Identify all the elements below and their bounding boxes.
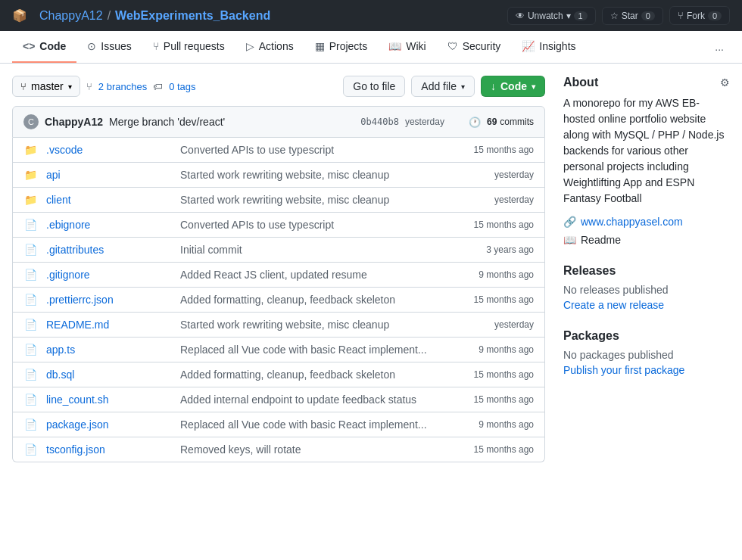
file-link[interactable]: .prettierrc.json (46, 294, 114, 306)
star-count: 0 (641, 11, 655, 20)
table-row: 📄 .ebignore Converted APIs to use typesc… (13, 213, 544, 238)
file-name: README.md (46, 319, 171, 331)
branch-icon: ⑂ (20, 81, 26, 92)
commit-time: yesterday (405, 117, 444, 127)
folder-icon: 📁 (23, 169, 37, 181)
file-message: Converted APIs to use typescript (180, 144, 441, 156)
go-to-file-label: Go to file (353, 80, 395, 92)
file-name: .ebignore (46, 219, 171, 231)
file-link[interactable]: api (46, 169, 61, 181)
file-link[interactable]: .vscode (46, 144, 83, 156)
chevron-down-icon: ▾ (68, 82, 72, 91)
add-file-button[interactable]: Add file ▾ (411, 76, 475, 97)
author-avatar: C (23, 114, 39, 129)
tab-issues[interactable]: ⊙ Issues (76, 31, 142, 63)
code-button[interactable]: ↓ Code ▾ (481, 76, 545, 97)
projects-icon: ▦ (315, 40, 325, 52)
commits-label: commits (500, 117, 534, 127)
branch-icon-small: ⑂ (86, 81, 92, 92)
readme-link[interactable]: 📖 Readme (563, 234, 730, 246)
file-name: .gitignore (46, 269, 171, 281)
tags-count: 0 (169, 81, 174, 92)
tab-security[interactable]: 🛡 Security (437, 31, 512, 63)
security-icon: 🛡 (447, 40, 458, 52)
file-link[interactable]: tsconfig.json (46, 443, 105, 456)
file-link[interactable]: line_count.sh (46, 394, 109, 406)
file-link[interactable]: db.sql (46, 369, 74, 381)
gear-icon[interactable]: ⚙ (720, 76, 730, 89)
file-time: yesterday (450, 194, 534, 205)
fork-button[interactable]: ⑂ Fork 0 (669, 6, 730, 25)
branches-link[interactable]: 2 branches (98, 81, 147, 92)
file-link[interactable]: package.json (46, 418, 109, 431)
tags-link[interactable]: 0 tags (169, 81, 195, 92)
website-link[interactable]: 🔗 www.chappyasel.com (563, 216, 730, 228)
table-row: 📁 client Started work rewriting website,… (13, 188, 544, 213)
tab-code-label: Code (39, 40, 66, 52)
commit-hash[interactable]: 0b440b8 (360, 117, 399, 127)
file-message: Added formatting, cleanup, feedback skel… (180, 369, 441, 381)
file-time: 9 months ago (450, 344, 534, 355)
file-message: Added internal endpoint to update feedba… (180, 394, 441, 406)
packages-empty-text: No packages published (563, 349, 730, 361)
sidebar: About ⚙ A monorepo for my AWS EB-hosted … (563, 76, 730, 462)
tab-wiki[interactable]: 📖 Wiki (378, 31, 436, 63)
file-time: 9 months ago (450, 419, 534, 430)
file-message: Added React JS client, updated resume (180, 269, 441, 281)
code-icon: <> (23, 40, 35, 52)
file-time: 15 months ago (450, 294, 534, 305)
file-icon: 📄 (23, 244, 37, 256)
clock-icon: 🕐 (469, 117, 481, 128)
tab-code[interactable]: <> Code (12, 31, 76, 63)
file-message: Added formatting, cleanup, feedback skel… (180, 294, 441, 306)
tag-icon: 🏷 (153, 81, 163, 92)
tab-projects[interactable]: ▦ Projects (304, 31, 379, 63)
table-row: 📄 db.sql Added formatting, cleanup, feed… (13, 362, 544, 387)
tab-issues-label: Issues (101, 40, 131, 52)
file-link[interactable]: .gitattributes (46, 244, 104, 256)
file-link[interactable]: .gitignore (46, 269, 90, 281)
publish-package-link[interactable]: Publish your first package (563, 364, 684, 376)
table-row: 📄 line_count.sh Added internal endpoint … (13, 387, 544, 412)
repo-owner-link[interactable]: ChappyA12 (39, 9, 103, 23)
create-release-link[interactable]: Create a new release (563, 299, 664, 311)
repo-name-link[interactable]: WebExperiments_Backend (115, 9, 270, 23)
repo-title: ChappyA12 / WebExperiments_Backend (39, 9, 270, 23)
file-time: 15 months ago (450, 219, 534, 230)
packages-title: Packages (563, 329, 730, 343)
tab-insights[interactable]: 📈 Insights (511, 31, 586, 63)
table-row: 📄 README.md Started work rewriting websi… (13, 313, 544, 338)
book-icon: 📖 (563, 234, 576, 246)
file-time: yesterday (450, 319, 534, 330)
code-download-icon: ↓ (491, 80, 496, 92)
fork-label: Fork (687, 11, 705, 21)
file-link[interactable]: README.md (46, 319, 109, 331)
tab-pull-requests[interactable]: ⑂ Pull requests (142, 31, 235, 63)
file-time: 15 months ago (450, 444, 534, 455)
branch-selector[interactable]: ⑂ master ▾ (12, 76, 80, 97)
file-icon: 📄 (23, 369, 37, 381)
commit-author[interactable]: ChappyA12 (45, 116, 103, 128)
tab-security-label: Security (463, 40, 501, 52)
nav-more-button[interactable]: ... (709, 32, 730, 62)
file-message: Started work rewriting website, misc cle… (180, 194, 441, 206)
commits-count-link[interactable]: 69 commits (487, 117, 534, 127)
table-row: 📄 .gitattributes Initial commit 3 years … (13, 238, 544, 263)
file-icon: 📄 (23, 344, 37, 356)
star-button[interactable]: ☆ Star 0 (602, 7, 663, 25)
commit-meta: 0b440b8 yesterday (360, 117, 444, 127)
table-row: 📁 .vscode Converted APIs to use typescri… (13, 138, 544, 163)
file-icon: 📄 (23, 269, 37, 281)
file-link[interactable]: client (46, 194, 71, 206)
go-to-file-button[interactable]: Go to file (343, 76, 405, 97)
fork-icon: ⑂ (678, 10, 684, 21)
pr-icon: ⑂ (153, 40, 159, 52)
branch-name: master (31, 80, 64, 92)
commit-message: Merge branch 'dev/react' (109, 116, 354, 128)
about-title: About (563, 76, 598, 89)
file-link[interactable]: .ebignore (46, 219, 90, 231)
repo-icon: 📦 (12, 8, 27, 23)
tab-actions[interactable]: ▷ Actions (235, 31, 304, 63)
file-link[interactable]: app.ts (46, 344, 75, 356)
watch-button[interactable]: 👁 Unwatch ▾ 1 (507, 7, 596, 25)
